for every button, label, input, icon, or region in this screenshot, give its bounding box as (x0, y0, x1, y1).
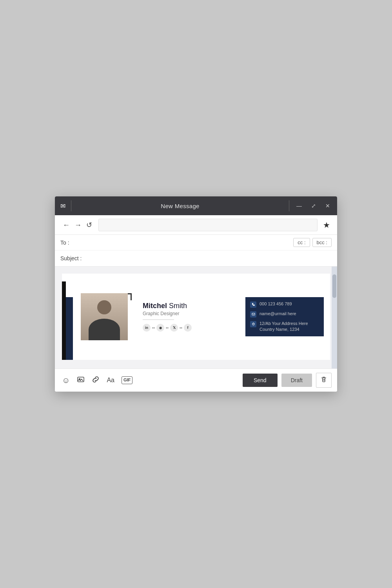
phone-row: 000 123 456 789 (250, 301, 319, 308)
location-icon (250, 321, 256, 327)
delete-button[interactable] (316, 373, 332, 388)
scroll-thumb (332, 274, 336, 298)
subject-field-row: Subject : (55, 250, 337, 266)
signature-name: Mitchel Smith (143, 302, 238, 310)
title-bar-divider-left (71, 200, 71, 211)
twitter-icon[interactable]: 𝕏 (170, 324, 178, 332)
compose-body[interactable]: Mitchel Smith Graphic Designer in •• ◉ •… (55, 267, 337, 368)
subject-label: Subject : (60, 255, 84, 261)
name-section: Mitchel Smith Graphic Designer in •• ◉ •… (143, 302, 238, 332)
scrollbar[interactable] (332, 267, 337, 368)
font-icon: Aa (107, 377, 114, 384)
email-text: name@urmail here (260, 311, 296, 317)
bcc-button[interactable]: bcc : (312, 238, 332, 247)
compose-fields: To : cc : bcc : Subject : (55, 235, 337, 267)
window-controls: — ⤢ ✕ (295, 202, 332, 209)
instagram-icon[interactable]: ◉ (156, 324, 164, 332)
minimize-button[interactable]: — (295, 202, 303, 209)
cc-bcc-buttons: cc : bcc : (293, 238, 332, 247)
contact-items: 000 123 456 789 name@urmail here (245, 297, 324, 337)
phone-text: 000 123 456 789 (260, 301, 292, 307)
image-icon (77, 376, 85, 385)
photo-section (81, 293, 132, 340)
compose-toolbar: ☺ Aa GIF Send (55, 368, 337, 392)
back-button[interactable]: ← (60, 220, 72, 230)
forward-button[interactable]: → (72, 220, 84, 230)
nav-bar: ← → ↺ ★ (55, 215, 337, 235)
social-icons-row: in •• ◉ •• 𝕏 •• f (143, 324, 238, 332)
font-button[interactable]: Aa (105, 375, 116, 385)
reload-button[interactable]: ↺ (84, 220, 94, 230)
cc-button[interactable]: cc : (293, 238, 310, 247)
to-field-row: To : cc : bcc : (55, 235, 337, 250)
send-button[interactable]: Send (243, 374, 278, 387)
decorative-bars (62, 274, 73, 360)
navy-bar (66, 297, 73, 360)
gif-icon: GIF (122, 376, 132, 384)
email-row: name@urmail here (250, 311, 319, 318)
emoji-icon: ☺ (62, 376, 70, 385)
title-bar: ✉ New Message — ⤢ ✕ (55, 196, 337, 215)
email-icon (250, 311, 256, 318)
address-bar[interactable] (98, 219, 318, 231)
bookmark-button[interactable]: ★ (321, 219, 332, 231)
mail-icon: ✉ (60, 202, 65, 210)
contact-section: 000 123 456 789 name@urmail here (245, 297, 324, 337)
phone-icon (250, 301, 256, 308)
emoji-button[interactable]: ☺ (60, 374, 71, 387)
signature-content: Mitchel Smith Graphic Designer in •• ◉ •… (73, 274, 330, 360)
email-compose-window: ✉ New Message — ⤢ ✕ ← → ↺ ★ To : cc : bc… (55, 196, 337, 392)
window-title: New Message (77, 203, 283, 209)
to-input[interactable] (84, 240, 293, 246)
svg-rect-0 (252, 313, 254, 315)
signature-title: Graphic Designer (143, 311, 238, 316)
link-button[interactable] (90, 374, 101, 387)
close-button[interactable]: ✕ (324, 202, 332, 209)
signature-card: Mitchel Smith Graphic Designer in •• ◉ •… (62, 274, 330, 360)
gif-button[interactable]: GIF (120, 375, 134, 385)
address-text: 12/Ab Your Address HereCountry Name, 123… (260, 321, 308, 333)
to-label: To : (60, 240, 84, 246)
facebook-icon[interactable]: f (184, 324, 192, 332)
image-button[interactable] (75, 374, 86, 387)
signature-divider (143, 319, 174, 320)
maximize-button[interactable]: ⤢ (310, 202, 318, 209)
subject-input[interactable] (84, 255, 332, 261)
address-row: 12/Ab Your Address HereCountry Name, 123… (250, 321, 319, 333)
title-bar-divider-right (289, 200, 289, 211)
trash-icon (320, 377, 327, 384)
black-bar (62, 281, 66, 360)
signature-photo (81, 293, 128, 340)
linkedin-icon[interactable]: in (143, 324, 151, 332)
link-icon (92, 376, 100, 385)
draft-button[interactable]: Draft (281, 374, 312, 387)
